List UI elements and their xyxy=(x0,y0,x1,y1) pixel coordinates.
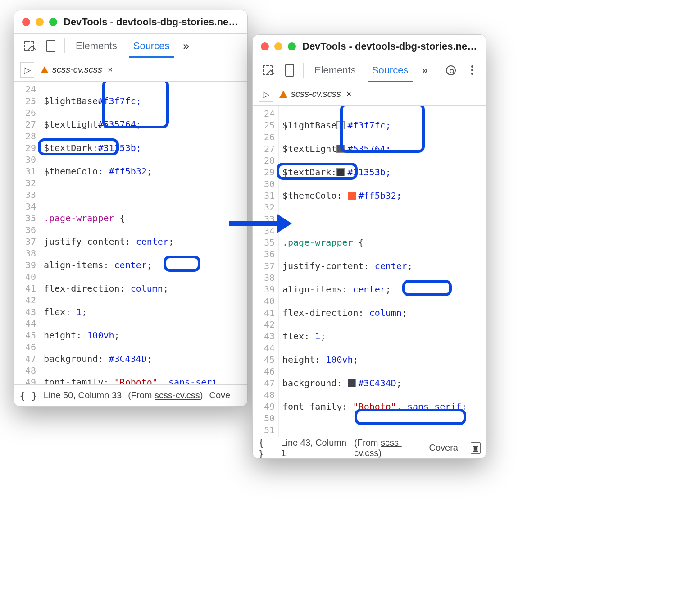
color-swatch-icon[interactable] xyxy=(348,192,356,200)
line-gutter: 2425262728293031323334353637383940414243… xyxy=(253,106,279,437)
code-area[interactable]: $lightBase #f3f7fc; $textLight #535764; … xyxy=(40,82,247,384)
navigator-toggle-icon[interactable]: ▷ xyxy=(20,62,34,78)
statusbar: { } Line 43, Column 1 (From scss-cv.css)… xyxy=(253,437,486,458)
file-name: scss-cv.scss xyxy=(52,64,102,75)
pretty-print-icon[interactable]: { } xyxy=(19,390,37,401)
minimize-window-icon[interactable] xyxy=(36,18,44,26)
devtools-toolbar: Elements Sources » xyxy=(14,34,247,58)
window-title: DevTools - devtools-dbg-stories.netlify.… xyxy=(302,41,478,52)
code-editor[interactable]: 2425262728293031323334353637383940414243… xyxy=(253,106,486,437)
warning-icon xyxy=(279,91,287,98)
zoom-window-icon[interactable] xyxy=(49,18,57,26)
zoom-window-icon[interactable] xyxy=(288,42,296,50)
inspect-element-icon[interactable] xyxy=(256,58,279,82)
file-name: scss-cv.scss xyxy=(291,89,341,99)
inspect-element-icon[interactable] xyxy=(18,34,40,58)
settings-icon[interactable] xyxy=(440,58,462,82)
devtools-window-after: DevTools - devtools-dbg-stories.netlify.… xyxy=(252,34,486,459)
source-map-from: (From scss-cv.css) xyxy=(128,390,203,401)
drawer-toggle-icon[interactable]: ▣ xyxy=(471,442,481,454)
tab-sources[interactable]: Sources xyxy=(364,58,417,82)
file-tab[interactable]: scss-cv.scss × xyxy=(273,82,358,105)
titlebar: DevTools - devtools-dbg-stories.netlify.… xyxy=(253,35,486,58)
minimize-window-icon[interactable] xyxy=(274,42,282,50)
separator xyxy=(303,63,304,78)
devtools-toolbar: Elements Sources » xyxy=(253,58,486,82)
navigator-toggle-icon[interactable]: ▷ xyxy=(259,87,273,102)
traffic-lights xyxy=(261,42,296,50)
code-area[interactable]: $lightBase #f3f7fc; $textLight #535764; … xyxy=(279,106,486,437)
more-tabs-icon[interactable]: » xyxy=(177,34,194,58)
line-gutter: 2425262728293031323334353637383940414243… xyxy=(14,82,40,384)
device-toggle-icon[interactable] xyxy=(279,58,300,82)
statusbar: { } Line 50, Column 33 (From scss-cv.css… xyxy=(14,384,247,406)
source-map-from: (From scss-cv.css) xyxy=(354,438,423,458)
pretty-print-icon[interactable]: { } xyxy=(258,437,274,459)
coverage-label: Cove xyxy=(209,390,231,401)
coverage-label: Covera xyxy=(429,443,458,453)
more-tabs-icon[interactable]: » xyxy=(416,58,433,82)
file-tab[interactable]: scss-cv.scss × xyxy=(34,58,119,81)
color-swatch-icon[interactable] xyxy=(348,379,356,387)
close-tab-icon[interactable]: × xyxy=(345,89,352,99)
more-menu-icon[interactable] xyxy=(462,58,482,82)
devtools-window-before: DevTools - devtools-dbg-stories.netlify.… xyxy=(14,10,248,407)
color-swatch-icon[interactable] xyxy=(336,145,345,153)
tab-elements[interactable]: Elements xyxy=(306,58,364,82)
close-window-icon[interactable] xyxy=(261,42,269,50)
titlebar: DevTools - devtools-dbg-stories.netlify.… xyxy=(14,10,247,34)
warning-icon xyxy=(41,66,49,73)
separator xyxy=(64,38,65,53)
traffic-lights xyxy=(22,18,57,26)
file-tabbar: ▷ scss-cv.scss × xyxy=(253,82,486,106)
arrow-icon xyxy=(229,219,292,228)
color-swatch-icon[interactable] xyxy=(336,121,345,129)
cursor-position: Line 50, Column 33 xyxy=(44,390,122,401)
source-link[interactable]: scss-cv.css xyxy=(155,390,200,400)
file-tabbar: ▷ scss-cv.scss × xyxy=(14,58,247,82)
close-tab-icon[interactable]: × xyxy=(106,64,113,75)
tab-sources[interactable]: Sources xyxy=(125,34,178,58)
cursor-position: Line 43, Column 1 xyxy=(281,438,348,458)
code-editor[interactable]: 2425262728293031323334353637383940414243… xyxy=(14,82,247,384)
color-swatch-icon[interactable] xyxy=(336,168,345,176)
tab-elements[interactable]: Elements xyxy=(68,34,125,58)
close-window-icon[interactable] xyxy=(22,18,30,26)
window-title: DevTools - devtools-dbg-stories.netlify.… xyxy=(64,16,239,28)
device-toggle-icon[interactable] xyxy=(40,34,62,58)
